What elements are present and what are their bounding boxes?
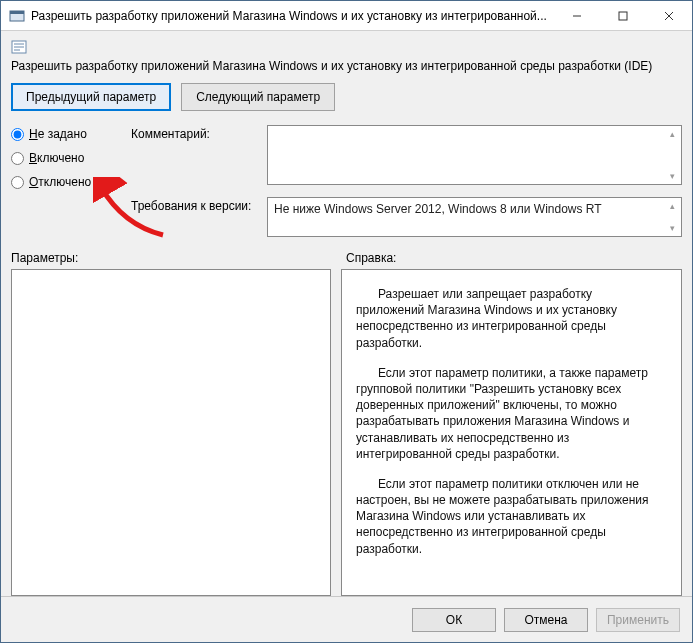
supported-label: Требования к версии: — [131, 197, 261, 213]
app-icon — [9, 8, 25, 24]
supported-value: Не ниже Windows Server 2012, Windows 8 и… — [268, 198, 681, 220]
policy-title: Разрешить разработку приложений Магазина… — [11, 59, 682, 73]
ok-button[interactable]: ОК — [412, 608, 496, 632]
radio-not-configured-label: Не задано — [29, 127, 87, 141]
state-radio-group: Не задано Включено Отключено — [11, 125, 123, 237]
comment-value — [268, 126, 681, 134]
radio-enabled-input[interactable] — [11, 152, 24, 165]
previous-setting-button[interactable]: Предыдущий параметр — [11, 83, 171, 111]
radio-disabled-label: Отключено — [29, 175, 91, 189]
comment-field[interactable]: ▴▾ — [267, 125, 682, 185]
help-text: Разрешает или запрещает разработку прило… — [342, 270, 681, 581]
supported-field: Не ниже Windows Server 2012, Windows 8 и… — [267, 197, 682, 237]
options-pane-label: Параметры: — [11, 251, 346, 265]
titlebar: Разрешить разработку приложений Магазина… — [1, 1, 692, 31]
svg-rect-1 — [10, 11, 24, 14]
radio-not-configured[interactable]: Не задано — [11, 127, 123, 141]
minimize-button[interactable] — [554, 1, 600, 30]
cancel-button[interactable]: Отмена — [504, 608, 588, 632]
radio-enabled[interactable]: Включено — [11, 151, 123, 165]
radio-disabled-input[interactable] — [11, 176, 24, 189]
scrollbar-icon[interactable]: ▴▾ — [666, 201, 678, 233]
maximize-button[interactable] — [600, 1, 646, 30]
help-pane: Разрешает или запрещает разработку прило… — [341, 269, 682, 596]
close-button[interactable] — [646, 1, 692, 30]
help-paragraph: Если этот параметр политики, а также пар… — [356, 365, 659, 462]
help-pane-label: Справка: — [346, 251, 396, 265]
apply-button[interactable]: Применить — [596, 608, 680, 632]
scrollbar-icon[interactable]: ▴▾ — [666, 129, 678, 181]
radio-disabled[interactable]: Отключено — [11, 175, 123, 189]
radio-enabled-label: Включено — [29, 151, 84, 165]
help-paragraph: Если этот параметр политики отключен или… — [356, 476, 659, 557]
window-title: Разрешить разработку приложений Магазина… — [31, 9, 554, 23]
comment-label: Комментарий: — [131, 125, 261, 141]
next-setting-button[interactable]: Следующий параметр — [181, 83, 335, 111]
help-paragraph: Разрешает или запрещает разработку прило… — [356, 286, 659, 351]
options-pane — [11, 269, 331, 596]
dialog-footer: ОК Отмена Применить — [1, 596, 692, 642]
content-area: Разрешить разработку приложений Магазина… — [1, 31, 692, 596]
dialog-window: Разрешить разработку приложений Магазина… — [0, 0, 693, 643]
policy-icon — [11, 39, 27, 55]
svg-rect-3 — [619, 12, 627, 20]
window-controls — [554, 1, 692, 30]
radio-not-configured-input[interactable] — [11, 128, 24, 141]
